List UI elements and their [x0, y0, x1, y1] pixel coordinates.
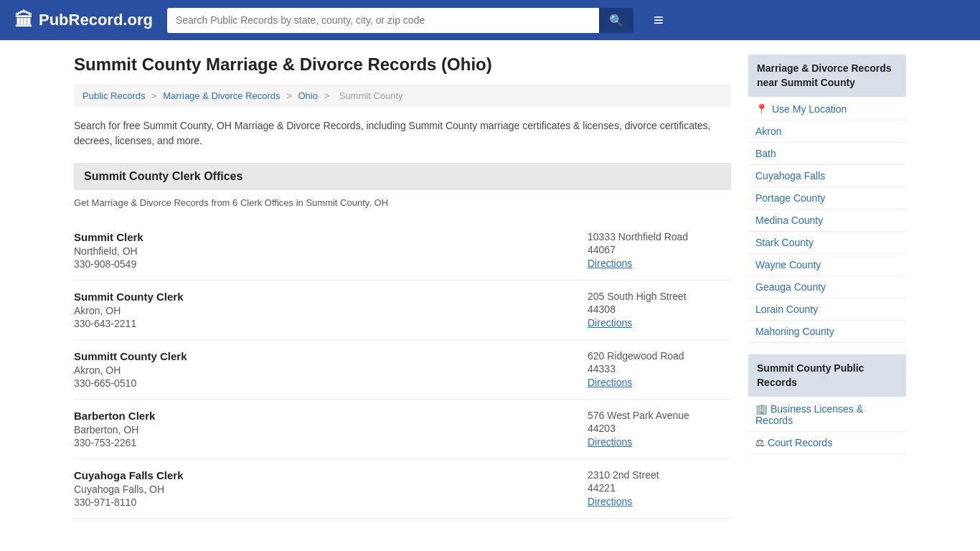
directions-link-4[interactable]: Directions [588, 496, 632, 507]
medina-county-link[interactable]: Medina County [755, 215, 823, 226]
sidebar-item-geauga-county[interactable]: Geauga County [748, 276, 906, 298]
sidebar-nearby-list: 📍 Use My Location Akron Bath Cuyahoga Fa… [748, 98, 906, 343]
clerk-right-0: 10333 Northfield Road 44067 Directions [588, 231, 731, 270]
search-input[interactable] [167, 8, 599, 33]
location-icon: 📍 [755, 103, 768, 115]
main-container: Summit County Marriage & Divorce Records… [60, 40, 920, 533]
akron-link[interactable]: Akron [755, 126, 782, 137]
breadcrumb-sep-2: > [286, 90, 294, 101]
search-icon: 🔍 [609, 14, 623, 27]
business-licenses-link[interactable]: Business Licenses & Records [755, 403, 863, 426]
breadcrumb-marriage-divorce[interactable]: Marriage & Divorce Records [163, 90, 280, 101]
menu-button[interactable]: ≡ [648, 7, 669, 33]
table-row: Summitt County Clerk Akron, OH 330-665-0… [74, 340, 731, 400]
clerk-zip-3: 44203 [588, 423, 731, 434]
section-subtext: Get Marriage & Divorce Records from 6 Cl… [74, 197, 731, 208]
sidebar-public-records-list: 🏢 Business Licenses & Records ⚖ Court Re… [748, 398, 906, 454]
clerk-name-2: Summitt County Clerk [74, 350, 573, 362]
content-area: Summit County Marriage & Divorce Records… [74, 55, 731, 519]
breadcrumb-summit-county: Summit County [339, 90, 403, 101]
logo-icon: 🏛 [14, 9, 33, 32]
breadcrumb-sep-3: > [324, 90, 332, 101]
clerk-city-3: Barberton, OH [74, 424, 573, 435]
table-row: Summit Clerk Northfield, OH 330-908-0549… [74, 221, 731, 281]
sidebar-item-court-records[interactable]: ⚖ Court Records [748, 432, 906, 454]
sidebar-item-mahoning-county[interactable]: Mahoning County [748, 321, 906, 343]
sidebar-item-wayne-county[interactable]: Wayne County [748, 254, 906, 276]
sidebar-item-stark-county[interactable]: Stark County [748, 232, 906, 254]
court-icon: ⚖ [755, 437, 765, 448]
clerk-address-4: 2310 2nd Street [588, 469, 731, 481]
clerk-zip-2: 44333 [588, 363, 731, 375]
table-row: Barberton Clerk Barberton, OH 330-753-22… [74, 400, 731, 459]
clerk-left-1: Summit County Clerk Akron, OH 330-643-22… [74, 291, 573, 329]
sidebar-item-lorain-county[interactable]: Lorain County [748, 298, 906, 321]
clerk-phone-2: 330-665-0510 [74, 377, 573, 389]
clerk-address-1: 205 South High Street [588, 291, 731, 302]
breadcrumb-sep-1: > [151, 90, 159, 101]
clerk-city-4: Cuyahoga Falls, OH [74, 484, 573, 495]
sidebar-item-cuyahoga-falls[interactable]: Cuyahoga Falls [748, 165, 906, 187]
table-row: Summit County Clerk Akron, OH 330-643-22… [74, 281, 731, 340]
cuyahoga-falls-link[interactable]: Cuyahoga Falls [755, 170, 825, 182]
clerk-phone-3: 330-753-2261 [74, 437, 573, 448]
search-button[interactable]: 🔍 [599, 8, 633, 33]
sidebar-nearby-header: Marriage & Divorce Records near Summit C… [748, 55, 906, 97]
breadcrumb: Public Records > Marriage & Divorce Reco… [74, 85, 731, 107]
sidebar-item-akron[interactable]: Akron [748, 121, 906, 143]
sidebar-item-business-licenses[interactable]: 🏢 Business Licenses & Records [748, 398, 906, 432]
hamburger-icon: ≡ [654, 10, 664, 29]
sidebar-item-medina-county[interactable]: Medina County [748, 209, 906, 232]
clerk-zip-1: 44308 [588, 303, 731, 315]
site-header: 🏛 PubRecord.org 🔍 ≡ [0, 0, 980, 40]
clerk-right-1: 205 South High Street 44308 Directions [588, 291, 731, 329]
bath-link[interactable]: Bath [755, 148, 776, 159]
stark-county-link[interactable]: Stark County [755, 237, 814, 248]
breadcrumb-public-records[interactable]: Public Records [83, 90, 145, 101]
clerk-address-2: 620 Ridgewood Road [588, 350, 731, 362]
section-header: Summit County Clerk Offices [74, 163, 731, 190]
clerk-phone-0: 330-908-0549 [74, 258, 573, 270]
court-records-link[interactable]: Court Records [768, 437, 832, 448]
clerk-left-2: Summitt County Clerk Akron, OH 330-665-0… [74, 350, 573, 389]
sidebar-item-portage-county[interactable]: Portage County [748, 187, 906, 209]
breadcrumb-ohio[interactable]: Ohio [298, 90, 317, 101]
clerk-name-1: Summit County Clerk [74, 291, 573, 303]
mahoning-county-link[interactable]: Mahoning County [755, 326, 834, 337]
logo-text: PubRecord.org [39, 11, 153, 29]
wayne-county-link[interactable]: Wayne County [755, 259, 821, 270]
directions-link-2[interactable]: Directions [588, 377, 632, 388]
clerk-left-3: Barberton Clerk Barberton, OH 330-753-22… [74, 410, 573, 448]
clerk-name-3: Barberton Clerk [74, 410, 573, 422]
business-icon: 🏢 [755, 403, 768, 415]
clerk-address-0: 10333 Northfield Road [588, 231, 731, 242]
clerk-phone-4: 330-971-8110 [74, 496, 573, 508]
portage-county-link[interactable]: Portage County [755, 192, 825, 204]
sidebar-item-bath[interactable]: Bath [748, 143, 906, 165]
page-title: Summit County Marriage & Divorce Records… [74, 55, 731, 75]
use-location-link[interactable]: Use My Location [772, 103, 847, 115]
clerk-right-3: 576 West Park Avenue 44203 Directions [588, 410, 731, 448]
sidebar-public-records-header: Summit County Public Records [748, 354, 906, 397]
logo-link[interactable]: 🏛 PubRecord.org [14, 9, 153, 32]
sidebar: Marriage & Divorce Records near Summit C… [748, 55, 906, 519]
geauga-county-link[interactable]: Geauga County [755, 281, 826, 293]
page-description: Search for free Summit County, OH Marria… [74, 118, 731, 149]
clerk-name-4: Cuyahoga Falls Clerk [74, 469, 573, 481]
clerks-list: Summit Clerk Northfield, OH 330-908-0549… [74, 221, 731, 519]
sidebar-use-location[interactable]: 📍 Use My Location [748, 98, 906, 121]
clerk-city-0: Northfield, OH [74, 245, 573, 257]
search-bar: 🔍 [167, 8, 633, 33]
table-row: Cuyahoga Falls Clerk Cuyahoga Falls, OH … [74, 459, 731, 519]
directions-link-1[interactable]: Directions [588, 317, 632, 329]
directions-link-0[interactable]: Directions [588, 258, 632, 269]
clerk-right-2: 620 Ridgewood Road 44333 Directions [588, 350, 731, 389]
directions-link-3[interactable]: Directions [588, 436, 632, 448]
clerk-address-3: 576 West Park Avenue [588, 410, 731, 421]
clerk-right-4: 2310 2nd Street 44221 Directions [588, 469, 731, 508]
clerk-left-4: Cuyahoga Falls Clerk Cuyahoga Falls, OH … [74, 469, 573, 508]
clerk-phone-1: 330-643-2211 [74, 318, 573, 329]
clerk-city-1: Akron, OH [74, 305, 573, 316]
lorain-county-link[interactable]: Lorain County [755, 303, 818, 315]
clerk-name-0: Summit Clerk [74, 231, 573, 243]
